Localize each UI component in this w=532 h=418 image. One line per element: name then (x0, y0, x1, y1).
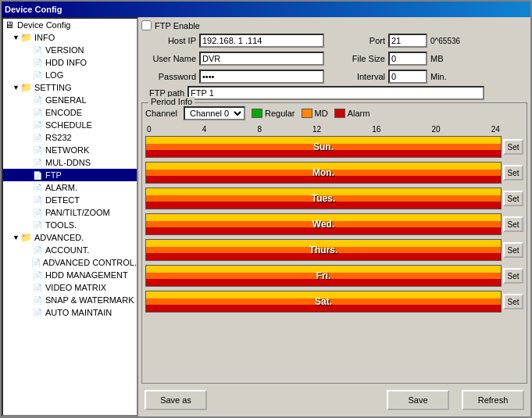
form-right: Port 0^65536 File Size MB Interval (330, 34, 460, 85)
ftp-enable-checkbox[interactable] (141, 20, 152, 30)
sidebar-item-advanced[interactable]: ▼📁ADVANCED. (3, 231, 137, 244)
host-ip-label: Host IP (141, 36, 196, 45)
doc-icon: 📄 (31, 195, 44, 205)
sidebar-item-account[interactable]: 📄ACCOUNT. (3, 244, 137, 256)
doc-icon: 📄 (31, 282, 44, 293)
set-button-0[interactable]: Set (503, 139, 523, 155)
password-input[interactable] (199, 70, 324, 84)
sidebar-item-hdd-info[interactable]: 📄HDD INFO (3, 56, 137, 69)
sidebar-item-general[interactable]: 📄GENERAL (3, 94, 137, 106)
doc-icon: 📄 (31, 145, 44, 155)
period-info-title: Period Info (148, 97, 195, 106)
folder-icon: 📁 (20, 82, 33, 93)
username-label: User Name (141, 54, 196, 63)
refresh-button[interactable]: Refresh (462, 390, 524, 410)
doc-icon: 📄 (31, 295, 44, 305)
day-timeline-1[interactable]: Mon. (145, 162, 502, 184)
legend-md: MD (302, 109, 328, 118)
sidebar-item-schedule[interactable]: 📄SCHEDULE (3, 119, 137, 131)
doc-icon: 📄 (31, 120, 44, 130)
sidebar-item-hdd-management[interactable]: 📄HDD MANAGEMENT (3, 269, 137, 281)
sidebar-item-label: Device Config (17, 20, 70, 30)
sidebar-item-network[interactable]: 📄NETWORK (3, 144, 137, 156)
timeline-stripes (146, 188, 501, 209)
host-ip-input[interactable] (199, 34, 324, 48)
channel-select[interactable]: Channel 0 Channel 1 Channel 2 Channel 3 (184, 106, 245, 120)
folder-icon: 📁 (20, 232, 33, 243)
set-button-5[interactable]: Set (503, 268, 523, 284)
expand-icon: ▼ (12, 84, 20, 91)
sidebar-item-detect[interactable]: 📄DETECT (3, 194, 137, 206)
username-row: User Name (141, 52, 324, 66)
password-label: Password (141, 72, 196, 81)
sidebar-item-label: HDD MANAGEMENT (45, 270, 128, 280)
sidebar-item-pan-tilt-zoom[interactable]: 📄PAN/TILT/ZOOM (3, 206, 137, 219)
set-button-1[interactable]: Set (503, 165, 523, 180)
stripe-orange (146, 144, 501, 151)
set-button-2[interactable]: Set (503, 191, 523, 206)
day-timeline-4[interactable]: Thurs. (145, 239, 502, 261)
stripe-yellow (146, 163, 501, 170)
doc-icon: 📄 (31, 245, 44, 255)
sidebar-item-label: FTP (45, 170, 62, 180)
day-timeline-0[interactable]: Sun. (145, 136, 502, 158)
doc-icon: 📄 (31, 107, 44, 118)
ftp-enable-row: FTP Enable (141, 20, 527, 30)
sidebar-item-tools[interactable]: 📄TOOLS. (3, 219, 137, 231)
doc-icon: 📄 (31, 95, 44, 105)
stripe-red (146, 305, 501, 312)
sidebar-item-alarm[interactable]: 📄ALARM. (3, 181, 137, 194)
sidebar-item-advanced-control[interactable]: 📄ADVANCED CONTROL. (3, 256, 137, 269)
sidebar-item-version[interactable]: 📄VERSION (3, 44, 137, 56)
form-left: Host IP User Name Password (141, 34, 324, 85)
sidebar-item-info[interactable]: ▼📁INFO (3, 31, 137, 44)
sidebar-item-mul-ddns[interactable]: 📄MUL-DDNS (3, 156, 137, 169)
day-timeline-6[interactable]: Sat. (145, 291, 502, 313)
sidebar-item-snap-watermark[interactable]: 📄SNAP & WATERMARK (3, 294, 137, 306)
username-input[interactable] (199, 52, 324, 66)
content-area: 🖥Device Config▼📁INFO📄VERSION📄HDD INFO📄LO… (2, 17, 530, 416)
interval-input[interactable] (388, 70, 427, 84)
set-button-4[interactable]: Set (503, 242, 523, 258)
computer-icon: 🖥 (3, 20, 16, 30)
day-row-mon: Mon.Set (145, 160, 523, 185)
stripe-orange (146, 221, 501, 228)
save-as-button[interactable]: Save as (145, 390, 207, 410)
stripe-orange (146, 298, 501, 305)
doc-icon: 📄 (31, 45, 44, 55)
sidebar-item-setting[interactable]: ▼📁SETTING (3, 81, 137, 94)
time-ruler-inner: 0 4 8 12 16 20 24 (145, 125, 502, 134)
sidebar-item-label: ACCOUNT. (45, 245, 89, 255)
set-button-6[interactable]: Set (503, 294, 523, 309)
sidebar-item-device-config[interactable]: 🖥Device Config (3, 19, 137, 31)
sidebar-item-rs232[interactable]: 📄RS232 (3, 131, 137, 144)
day-row-sat: Sat.Set (145, 289, 523, 314)
doc-icon: 📄 (31, 157, 44, 168)
bottom-bar: Save as Save Refresh (141, 384, 527, 413)
day-timeline-5[interactable]: Fri. (145, 265, 502, 287)
doc-icon: 📄 (30, 257, 41, 268)
day-row-thurs: Thurs.Set (145, 238, 523, 263)
timeline-stripes (146, 137, 501, 157)
time-24: 24 (491, 125, 500, 134)
set-button-3[interactable]: Set (503, 216, 523, 232)
title-bar: Device Config (2, 2, 530, 17)
timeline-stripes (146, 266, 501, 286)
sidebar-item-ftp[interactable]: 📄FTP (3, 169, 137, 181)
sidebar-item-label: INFO (34, 33, 55, 42)
save-button[interactable]: Save (387, 390, 449, 410)
ftp-path-input[interactable] (187, 86, 484, 100)
sidebar-item-label: LOG (45, 70, 63, 80)
sidebar-item-auto-maintain[interactable]: 📄AUTO MAINTAIN (3, 306, 137, 319)
day-timeline-3[interactable]: Wed. (145, 213, 502, 235)
sidebar-item-log[interactable]: 📄LOG (3, 69, 137, 81)
title-label: Device Config (5, 5, 62, 14)
day-timeline-2[interactable]: Tues. (145, 188, 502, 209)
legend-md-label: MD (315, 109, 328, 118)
sidebar-item-video-matrix[interactable]: 📄VIDEO MATRIX (3, 281, 137, 294)
stripe-yellow (146, 137, 501, 144)
file-size-input[interactable] (388, 52, 427, 66)
sidebar-item-encode[interactable]: 📄ENCODE (3, 106, 137, 119)
port-input[interactable] (388, 34, 427, 48)
expand-icon: ▼ (12, 34, 20, 41)
